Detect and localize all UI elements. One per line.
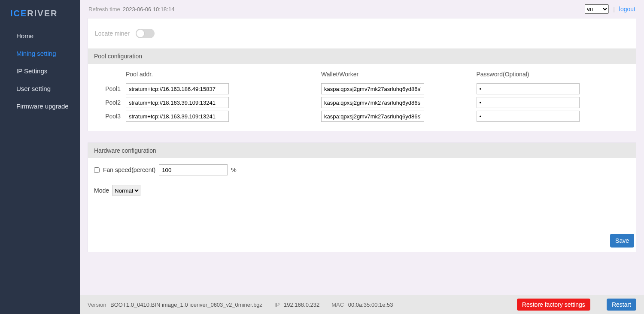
locate-miner-toggle[interactable]	[136, 29, 155, 38]
restore-factory-button[interactable]: Restore factory settings	[517, 299, 590, 311]
mode-row: Mode Normal	[94, 185, 630, 196]
locate-miner-row: Locate miner	[88, 18, 636, 48]
version-value: BOOT1.0_0410.BIN image_1.0 iceriver_0603…	[110, 302, 262, 308]
pool-row-1: Pool1	[94, 82, 630, 96]
col-password: Password(Optional)	[475, 67, 630, 82]
version-label: Version	[88, 302, 106, 308]
topbar: Refresh time 2023-06-06 10:18:14 en | lo…	[80, 0, 644, 18]
col-pool-addr: Pool addr.	[124, 67, 319, 82]
pool-panel: Locate miner Pool configuration Pool add…	[88, 18, 636, 131]
main-area: Refresh time 2023-06-06 10:18:14 en | lo…	[80, 0, 644, 314]
app-shell: ICERIVER Home Mining setting IP Settings…	[0, 0, 644, 314]
col-wallet-worker: Wallet/Worker	[319, 67, 475, 82]
hardware-panel: Hardware configuration Fan speed(percent…	[88, 142, 636, 252]
sidebar-nav: Home Mining setting IP Settings User set…	[0, 27, 80, 115]
nav-mining-setting[interactable]: Mining setting	[0, 45, 80, 62]
footer-bar: Version BOOT1.0_0410.BIN image_1.0 iceri…	[80, 295, 644, 314]
ip-label: IP	[274, 302, 279, 308]
fan-speed-checkbox[interactable]	[94, 167, 100, 173]
pool3-password-input[interactable]	[477, 111, 580, 122]
pool2-label: Pool2	[94, 96, 124, 109]
content: Locate miner Pool configuration Pool add…	[88, 18, 636, 287]
pool-row-2: Pool2	[94, 96, 630, 109]
brand-part2: RIVER	[27, 9, 58, 18]
brand-logo: ICERIVER	[0, 4, 80, 27]
nav-firmware-upgrade[interactable]: Firmware upgrade	[0, 97, 80, 115]
brand-part1: ICE	[10, 9, 27, 18]
mac-value: 00:0a:35:00:1e:53	[348, 302, 393, 308]
save-button[interactable]: Save	[610, 234, 634, 248]
pool3-addr-input[interactable]	[126, 111, 229, 122]
nav-home[interactable]: Home	[0, 27, 80, 45]
pool1-wallet-input[interactable]	[321, 83, 424, 94]
toggle-knob	[137, 30, 144, 37]
pool1-label: Pool1	[94, 82, 124, 96]
pool3-label: Pool3	[94, 109, 124, 123]
nav-ip-settings[interactable]: IP Settings	[0, 62, 80, 80]
refresh-time-value: 2023-06-06 10:18:14	[123, 6, 175, 12]
pool3-wallet-input[interactable]	[321, 111, 424, 122]
pool2-wallet-input[interactable]	[321, 97, 424, 108]
hardware-config-header: Hardware configuration	[88, 143, 636, 158]
pool-table: Pool addr. Wallet/Worker Password(Option…	[88, 64, 636, 131]
fan-speed-row: Fan speed(percent) %	[94, 164, 630, 175]
refresh-time-label: Refresh time	[88, 6, 120, 12]
divider: |	[613, 6, 614, 12]
fan-speed-label: Fan speed(percent)	[103, 166, 155, 173]
pool2-password-input[interactable]	[477, 97, 580, 108]
language-select[interactable]: en	[585, 4, 609, 14]
pool-row-3: Pool3	[94, 109, 630, 123]
pool1-addr-input[interactable]	[126, 83, 229, 94]
mode-label: Mode	[94, 187, 109, 194]
ip-value: 192.168.0.232	[284, 302, 319, 308]
fan-speed-unit: %	[231, 166, 236, 173]
pool-config-header: Pool configuration	[88, 48, 636, 64]
pool2-addr-input[interactable]	[126, 97, 229, 108]
pool1-password-input[interactable]	[477, 83, 580, 94]
sidebar: ICERIVER Home Mining setting IP Settings…	[0, 0, 80, 314]
mode-select[interactable]: Normal	[112, 185, 140, 196]
nav-user-setting[interactable]: User setting	[0, 80, 80, 97]
mac-label: MAC	[331, 302, 344, 308]
locate-miner-label: Locate miner	[95, 30, 130, 37]
fan-speed-input[interactable]	[159, 164, 228, 175]
restart-button[interactable]: Restart	[607, 299, 636, 311]
logout-link[interactable]: logout	[619, 6, 635, 12]
